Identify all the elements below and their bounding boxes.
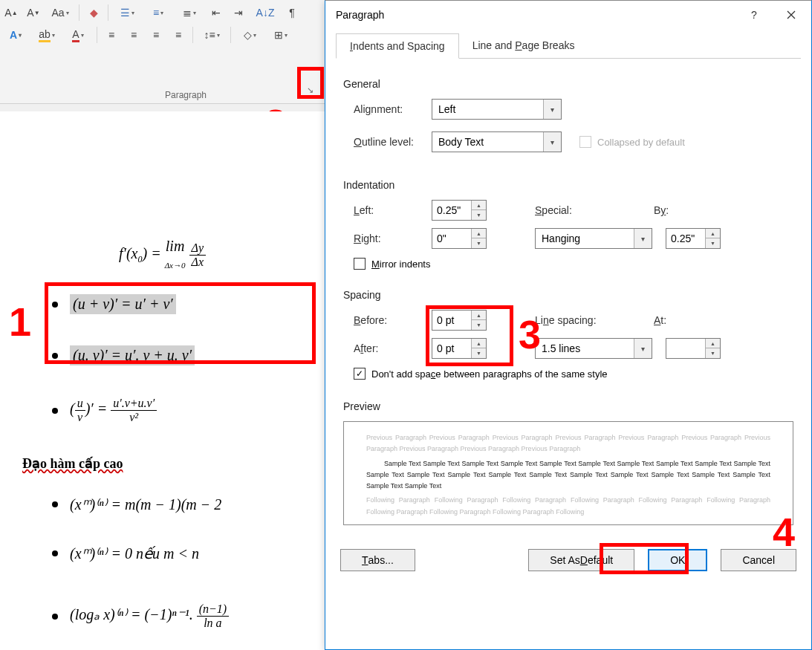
tab-line-page-breaks[interactable]: Line and Page Breaks — [459, 33, 588, 58]
heading-higher-derivative: Đạo hàm cấp cao — [22, 455, 302, 472]
label-special: Special: — [535, 204, 613, 216]
dialog-buttons: 4 Tabs... Set As Default OK Cancel — [325, 545, 811, 582]
annotation-box-4 — [600, 543, 689, 574]
spin-down-icon[interactable]: ▼ — [706, 238, 720, 248]
section-general: General — [343, 78, 793, 90]
row-after: After: 0 pt ▲▼ 1.5 lines ▾ ▲▼ — [354, 338, 793, 359]
special-dropdown[interactable]: Hanging ▾ — [535, 228, 652, 249]
align-center-btn[interactable]: ≡ — [126, 27, 142, 43]
align-left-btn[interactable]: ≡ — [103, 27, 120, 43]
highlight-btn[interactable]: ab▾ — [34, 27, 59, 43]
separator — [192, 27, 193, 43]
annotation-box-2 — [297, 67, 324, 99]
change-case-btn[interactable]: Aa▾ — [48, 4, 73, 21]
outline-dropdown[interactable]: Body Text ▾ — [432, 131, 562, 152]
close-button[interactable] — [779, 4, 804, 25]
alignment-dropdown[interactable]: Left ▾ — [432, 99, 562, 120]
spin-down-icon[interactable]: ▼ — [472, 238, 486, 248]
collapse-checkbox — [579, 136, 591, 148]
mirror-checkbox[interactable] — [354, 258, 366, 270]
by-spinner[interactable]: 0.25" ▲▼ — [666, 228, 721, 249]
group-label-paragraph: Paragraph — [111, 90, 260, 100]
increase-indent-btn[interactable]: ⇥ — [230, 4, 247, 21]
line-spacing-value: 1.5 lines — [536, 342, 634, 354]
separator — [97, 27, 97, 43]
line-spacing-btn[interactable]: ↕≡▾ — [199, 27, 224, 43]
row-indent-right: Right: 0" ▲▼ Hanging ▾ 0.25" ▲▼ — [354, 228, 793, 249]
indent-left-value: 0.25" — [432, 204, 471, 216]
font-color-btn[interactable]: A▾ — [65, 27, 91, 43]
label-right: Right: — [354, 233, 432, 244]
align-right-btn[interactable]: ≡ — [148, 27, 164, 43]
shading-btn[interactable]: ◇▾ — [237, 27, 262, 43]
show-marks-btn[interactable]: ¶ — [284, 4, 300, 21]
dont-add-checkbox[interactable]: ✓ — [354, 368, 366, 380]
line-spacing-dropdown[interactable]: 1.5 lines ▾ — [535, 338, 652, 359]
label-left: Left: — [354, 204, 432, 216]
help-button[interactable]: ? — [741, 4, 767, 25]
separator — [108, 4, 108, 21]
label-by: By: — [654, 204, 698, 216]
chevron-down-icon: ▾ — [634, 229, 652, 248]
bullet-list-btn[interactable]: ☰▾ — [114, 4, 140, 21]
dialog-body: General Alignment: Left ▾ Outline level:… — [325, 59, 811, 545]
tab-indents-spacing[interactable]: IIndents and Spacingndents and Spacing — [336, 33, 459, 59]
decrease-indent-btn[interactable]: ⇤ — [208, 4, 224, 21]
section-indentation: Indentation — [343, 179, 793, 191]
indent-right-value: 0" — [432, 233, 471, 244]
separator — [230, 27, 231, 43]
ribbon-format-row: A▾ ab▾ A▾ ≡ ≡ ≡ ≡ ↕≡▾ ◇▾ ⊞▾ — [0, 25, 325, 45]
spin-up-icon[interactable]: ▲ — [706, 339, 720, 348]
preview-following: Following Paragraph Following Paragraph … — [366, 495, 770, 518]
close-icon — [787, 10, 796, 19]
indent-right-spinner[interactable]: 0" ▲▼ — [432, 228, 487, 249]
bullet-icon — [52, 501, 58, 507]
label-after: After: — [354, 342, 432, 354]
bullet-item: (xᵐ)⁽ⁿ⁾ = 0 nếu m < n — [52, 536, 302, 571]
ribbon-area: A▲ A▼ Aa▾ ◆ ☰▾ ≡▾ ≣▾ ⇤ ⇥ A↓Z ¶ A▾ ab▾ A▾… — [0, 0, 325, 104]
dialog-title: Paragraph — [336, 9, 384, 21]
number-list-btn[interactable]: ≡▾ — [146, 4, 171, 21]
tabs-button[interactable]: Tabs... — [340, 549, 415, 571]
ribbon-font-row: A▲ A▼ Aa▾ ◆ ☰▾ ≡▾ ≣▾ ⇤ ⇥ A↓Z ¶ — [0, 0, 325, 25]
bullet-item: (xᵐ)⁽ⁿ⁾ = m(m − 1)(m − 2 — [52, 487, 302, 522]
label-before: Before: — [354, 314, 432, 326]
multilevel-list-btn[interactable]: ≣▾ — [177, 4, 202, 21]
shrink-font-btn[interactable]: A▼ — [25, 4, 42, 21]
dialog-titlebar: Paragraph ? — [325, 1, 811, 29]
at-spinner[interactable]: ▲▼ — [666, 338, 721, 359]
spin-up-icon[interactable]: ▲ — [706, 229, 720, 238]
preview-box: Previous Paragraph Previous Paragraph Pr… — [343, 421, 793, 525]
justify-btn[interactable]: ≡ — [170, 27, 186, 43]
chevron-down-icon: ▾ — [543, 100, 561, 119]
spin-up-icon[interactable]: ▲ — [472, 229, 486, 238]
row-dont-add: ✓ Don't add space between paragraphs of … — [354, 368, 793, 380]
label-line-spacing: Line spacing: — [535, 314, 613, 326]
label-mirror: Mirror indents — [371, 259, 430, 270]
chevron-down-icon: ▾ — [634, 339, 652, 358]
alignment-value: Left — [432, 103, 543, 115]
by-value: 0.25" — [666, 233, 705, 244]
borders-btn[interactable]: ⊞▾ — [268, 27, 293, 43]
section-spacing: Spacing — [343, 289, 793, 301]
formula-log-nth: (logₐ x)⁽ⁿ⁾ = (−1)ⁿ⁻¹. (n−1)ln a — [70, 602, 229, 630]
sort-btn[interactable]: A↓Z — [253, 4, 278, 21]
formula-derivative: f′(x0) = limΔx→0 ΔyΔx — [22, 238, 302, 272]
label-outline: Outline level: — [354, 136, 432, 148]
spin-down-icon[interactable]: ▼ — [706, 348, 720, 358]
outline-value: Body Text — [432, 136, 543, 148]
grow-font-btn[interactable]: A▲ — [3, 4, 19, 21]
annotation-1: 1 — [9, 299, 31, 345]
spin-down-icon[interactable]: ▼ — [472, 210, 486, 220]
dialog-tabs: IIndents and Spacingndents and Spacing L… — [336, 33, 801, 59]
preview-sample: Sample Text Sample Text Sample Text Samp… — [366, 458, 770, 493]
indent-left-spinner[interactable]: 0.25" ▲▼ — [432, 200, 487, 221]
label-at: At: — [654, 314, 698, 326]
text-effects-btn[interactable]: A▾ — [3, 27, 28, 43]
spin-up-icon[interactable]: ▲ — [472, 201, 486, 210]
clear-format-btn[interactable]: ◆ — [85, 4, 102, 21]
row-alignment: Alignment: Left ▾ — [354, 99, 793, 120]
annotation-4: 4 — [773, 509, 795, 555]
label-collapse: Collapsed by default — [597, 137, 685, 148]
annotation-box-3 — [426, 305, 513, 366]
